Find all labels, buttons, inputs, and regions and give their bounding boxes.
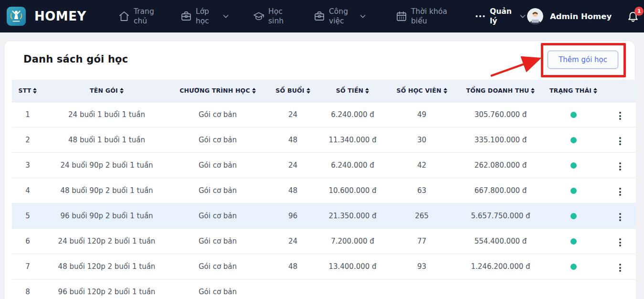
cell-actions <box>604 178 636 203</box>
nav-item-trang-chu[interactable]: Trang chủ <box>118 7 157 26</box>
cell-so_buoi: 24 <box>265 102 320 127</box>
cell-so_buoi: 48 <box>265 127 320 152</box>
status-active-dot <box>570 112 577 118</box>
content-card: Danh sách gói học Thêm gói học STTTÊN GÓ… <box>4 41 635 299</box>
sort-icon <box>252 88 256 94</box>
sort-icon <box>443 88 447 94</box>
add-package-button[interactable]: Thêm gói học <box>548 51 618 69</box>
cell-so_hoc_vien <box>385 279 459 299</box>
cell-ten_goi: 24 buổi 120p 2 buổi 1 tuần <box>43 228 170 254</box>
column-label: SỐ TIỀN <box>336 87 364 94</box>
cell-ten_goi: 48 buổi 90p 2 buổi 1 tuần <box>43 178 170 203</box>
cell-chuong_trinh: Gói cơ bản <box>170 152 265 178</box>
cell-chuong_trinh: Gói cơ bản <box>170 178 265 203</box>
cell-actions <box>604 102 636 127</box>
row-menu-icon[interactable] <box>615 236 625 248</box>
row-menu-icon[interactable] <box>615 110 625 122</box>
status-active-dot <box>570 264 577 270</box>
cell-tong_doanh_thu <box>459 279 542 299</box>
table-header-row: STTTÊN GÓICHƯƠNG TRÌNH HỌCSỐ BUỔISỐ TIỀN… <box>12 80 636 102</box>
table-row: 896 buổi 120p 2 buổi 1 tuầnGói cơ bản <box>12 279 636 299</box>
cell-so_buoi: 24 <box>265 152 320 178</box>
cell-so_tien: 6.240.000 đ <box>320 152 385 178</box>
brand[interactable]: HOMEY <box>7 7 95 26</box>
nav-item-hoc-sinh[interactable]: Học sinh <box>253 7 287 26</box>
cell-chuong_trinh: Gói cơ bản <box>170 228 265 254</box>
cell-actions <box>604 152 636 178</box>
main-nav: Trang chủLớp họcHọc sinhCông việcThời kh… <box>95 0 527 32</box>
nav-item-thoi-khoa-bieu[interactable]: Thời khóa biểu <box>396 7 448 26</box>
cell-ten_goi: 96 buổi 90p 2 buổi 1 tuần <box>43 203 170 228</box>
cell-actions <box>604 203 636 228</box>
table-row: 748 buổi 120p 2 buổi 1 tuầnGói cơ bản481… <box>12 254 636 279</box>
chevron-down-icon <box>518 12 527 21</box>
cell-so_tien: 7.200.000 đ <box>320 228 385 254</box>
column-header-tong_doanh_thu[interactable]: TỔNG DOANH THU <box>459 80 542 102</box>
brand-name: HOMEY <box>34 9 86 23</box>
cell-tong_doanh_thu: 1.246.200.000 đ <box>459 254 542 279</box>
cell-so_hoc_vien: 63 <box>385 178 459 203</box>
app-root: HOMEY Trang chủLớp họcHọc sinhCông việcT… <box>0 0 644 299</box>
cell-stt: 8 <box>12 279 43 299</box>
row-menu-icon[interactable] <box>615 211 625 223</box>
cell-so_tien: 6.240.000 đ <box>320 102 385 127</box>
avatar <box>527 8 543 24</box>
cell-actions <box>604 127 636 152</box>
column-header-so_tien[interactable]: SỐ TIỀN <box>320 80 385 102</box>
table-row: 596 buổi 90p 2 buổi 1 tuầnGói cơ bản9621… <box>12 203 636 228</box>
row-menu-icon[interactable] <box>615 186 625 198</box>
nav-item-label: Lớp học <box>196 7 213 26</box>
cell-ten_goi: 24 buổi 90p 2 buổi 1 tuần <box>43 152 170 178</box>
column-header-status[interactable]: TRẠNG THÁI <box>542 80 604 102</box>
notifications-button[interactable]: 1 <box>627 10 639 22</box>
user-menu[interactable]: Admin Homey <box>527 8 612 24</box>
cell-tong_doanh_thu: 5.657.750.000 đ <box>459 203 542 228</box>
nav-item-lop-hoc[interactable]: Lớp học <box>180 7 230 26</box>
column-label: CHƯƠNG TRÌNH HỌC <box>179 87 250 94</box>
column-header-so_buoi[interactable]: SỐ BUỔI <box>265 80 320 102</box>
row-menu-icon[interactable] <box>615 160 625 172</box>
nav-item-cong-viec[interactable]: Công việc <box>314 7 367 26</box>
top-navbar: HOMEY Trang chủLớp họcHọc sinhCông việcT… <box>0 0 644 32</box>
cell-ten_goi: 48 buổi 120p 2 buổi 1 tuần <box>43 254 170 279</box>
briefcase-icon <box>314 11 325 22</box>
column-header-ten_goi[interactable]: TÊN GÓI <box>43 80 170 102</box>
cell-so_hoc_vien: 77 <box>385 228 459 254</box>
column-header-actions <box>604 80 636 102</box>
row-menu-icon[interactable] <box>615 262 625 274</box>
cell-stt: 3 <box>12 152 43 178</box>
ellipsis-icon <box>475 11 486 22</box>
status-active-dot <box>570 162 577 169</box>
packages-table: STTTÊN GÓICHƯƠNG TRÌNH HỌCSỐ BUỔISỐ TIỀN… <box>12 80 636 299</box>
page-title: Danh sách gói học <box>23 53 128 65</box>
cell-stt: 1 <box>12 102 43 127</box>
nav-item-label: Thời khóa biểu <box>411 7 448 26</box>
status-active-dot <box>570 137 577 143</box>
cell-stt: 5 <box>12 203 43 228</box>
cell-tong_doanh_thu: 667.800.000 đ <box>459 178 542 203</box>
notification-badge: 1 <box>634 7 644 16</box>
table-row: 248 buổi 1 buổi 1 tuầnGói cơ bản4811.340… <box>12 127 636 152</box>
cell-so_buoi: 24 <box>265 228 320 254</box>
cell-ten_goi: 48 buổi 1 buổi 1 tuần <box>43 127 170 152</box>
column-label: TÊN GÓI <box>90 87 118 94</box>
column-header-so_hoc_vien[interactable]: SỐ HỌC VIÊN <box>385 80 459 102</box>
cell-status <box>542 228 604 254</box>
sort-icon <box>33 88 37 94</box>
table-row: 448 buổi 90p 2 buổi 1 tuầnGói cơ bản4810… <box>12 178 636 203</box>
nav-item-label: Học sinh <box>268 7 287 26</box>
cell-chuong_trinh: Gói cơ bản <box>170 254 265 279</box>
table-row: 624 buổi 120p 2 buổi 1 tuầnGói cơ bản247… <box>12 228 636 254</box>
column-label: STT <box>19 87 32 94</box>
graduation-cap-icon <box>253 11 264 22</box>
column-label: SỐ HỌC VIÊN <box>396 87 441 94</box>
column-header-stt[interactable]: STT <box>12 80 43 102</box>
column-header-chuong_trinh[interactable]: CHƯƠNG TRÌNH HỌC <box>170 80 265 102</box>
table-row: 324 buổi 90p 2 buổi 1 tuầnGói cơ bản246.… <box>12 152 636 178</box>
cell-so_tien: 10.600.000 đ <box>320 178 385 203</box>
nav-item-quan-ly[interactable]: Quản lý <box>475 7 527 26</box>
homey-logo-icon <box>7 7 26 26</box>
cell-stt: 4 <box>12 178 43 203</box>
row-menu-icon[interactable] <box>615 135 625 147</box>
cell-tong_doanh_thu: 554.400.000 đ <box>459 228 542 254</box>
